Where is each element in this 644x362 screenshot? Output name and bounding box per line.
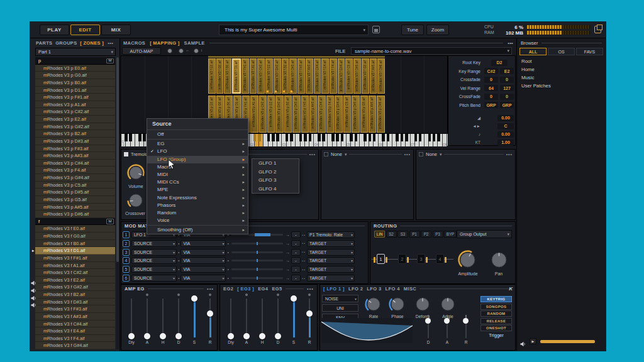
slider-handle[interactable] xyxy=(425,318,431,324)
zone-strip[interactable]: mRhodes V3 p E2.aif xyxy=(267,96,275,133)
matrix-target-selector[interactable]: TARGET▾ xyxy=(307,266,355,273)
matrix-source-selector[interactable]: SOURCE▾ xyxy=(131,249,177,256)
file-list-item[interactable]: mRhodes V3 f F4.aif xyxy=(35,335,115,343)
file-list-item[interactable]: mRhodes V3 p D#3.aif xyxy=(35,138,115,145)
auto-map-button[interactable]: AUTO-MAP xyxy=(122,47,161,55)
zone-param-value[interactable]: C xyxy=(497,123,514,129)
matrix-curve-selector[interactable]: - xyxy=(291,231,301,238)
zone-strip[interactable]: mRhodes V3 p D#3.aif xyxy=(292,96,300,133)
output-selector[interactable]: Group Output▾ xyxy=(457,230,512,238)
file-list-item[interactable]: mRhodes V3 f E2.aif xyxy=(35,277,115,284)
file-list-item[interactable]: mRhodes V3 p A#5.aif xyxy=(35,204,115,211)
file-list-item[interactable]: mRhodes V3 p G#4.aif xyxy=(35,174,115,182)
slider-handle[interactable] xyxy=(275,333,281,339)
slider-handle[interactable] xyxy=(175,333,182,339)
submenu-item-glfo-3[interactable]: GLFO 3 xyxy=(252,176,299,185)
file-list-item[interactable]: mRhodes V3 f F#3.aif xyxy=(35,305,115,313)
map-knob-icon[interactable] xyxy=(167,48,172,53)
zone-param-value[interactable]: 0 xyxy=(484,77,498,83)
top-tab-mix[interactable]: MIX xyxy=(101,25,131,35)
file-list-item[interactable]: mRhodes V3 p G0.aif xyxy=(35,72,115,79)
zone-param-value[interactable]: D2 xyxy=(491,60,508,66)
matrix-via-selector[interactable]: VIA▾ xyxy=(180,275,226,282)
file-list-item[interactable]: mRhodes V3 p G#2.aif xyxy=(35,123,115,131)
slot-enable-checkbox[interactable] xyxy=(124,152,128,156)
lfo-tab-misc[interactable]: MISC xyxy=(404,286,416,292)
slider-handle[interactable] xyxy=(306,310,313,317)
top-button-zoom[interactable]: Zoom xyxy=(426,25,449,35)
slider-handle[interactable] xyxy=(444,318,450,324)
file-list-item[interactable]: mRhodes V3 f D#3.aif xyxy=(35,299,115,306)
file-list-scrollbar[interactable] xyxy=(116,57,119,349)
matrix-source-selector[interactable]: SOURCE▾ xyxy=(131,275,177,282)
menu-item-lfo-group-[interactable]: LFO (Group)▸ xyxy=(147,156,248,163)
file-list-item[interactable]: mRhodes V3 p D#6.aif xyxy=(35,211,115,218)
matrix-target-selector[interactable]: TARGET▾ xyxy=(307,257,355,264)
file-list-item[interactable]: mRhodes V3 f A1.aif xyxy=(35,262,115,270)
zone-strip[interactable]: mRhodes V3 f D#6.aif xyxy=(377,58,385,94)
piano-key-black[interactable] xyxy=(382,134,385,141)
lfo-uni-button[interactable]: UNI xyxy=(322,304,358,312)
browser-item-home[interactable]: Home xyxy=(521,67,535,72)
zone-strip[interactable]: mRhodes V3 f D#5.aif xyxy=(353,58,361,94)
piano-key-black[interactable] xyxy=(401,134,404,141)
menu-item-midi[interactable]: MIDI▸ xyxy=(147,171,248,178)
lfo-tab-lfo4[interactable]: LFO 4 xyxy=(386,286,400,292)
menu-item-off[interactable]: Off xyxy=(147,131,248,138)
matrix-via-selector[interactable]: VIA▾ xyxy=(180,249,226,256)
piano-key-black[interactable] xyxy=(331,134,335,141)
matrix-via-selector[interactable]: VIA▾ xyxy=(180,257,226,264)
file-list-item[interactable]: mRhodes V3 p D1.aif xyxy=(35,87,115,94)
zone-strip[interactable]: mRhodes V3 f G5.aif xyxy=(362,58,369,94)
mute-button[interactable]: M xyxy=(106,219,114,224)
zone-strip[interactable]: mRhodes V3 f G#4.aif xyxy=(338,58,345,94)
matrix-amount-slider[interactable] xyxy=(231,275,283,282)
top-tab-play[interactable]: PLAY xyxy=(40,25,69,35)
chain-node-4[interactable]: 4 xyxy=(436,254,444,264)
routing-tab-s3[interactable]: S3 xyxy=(397,231,408,238)
file-list-item[interactable]: mRhodes V3 p C#4.aif xyxy=(35,160,115,167)
piano-key-black[interactable] xyxy=(336,134,339,141)
matrix-target-selector[interactable]: P1 Tremolo: Rate▾ xyxy=(307,231,355,238)
zone-strip[interactable]: mRhodes V3 p F4.aif xyxy=(326,96,334,133)
matrix-source-selector[interactable]: SOURCE▾ xyxy=(131,257,177,264)
piano-key-black[interactable] xyxy=(355,134,358,141)
piano-key-black[interactable] xyxy=(276,134,279,141)
slot-label[interactable]: Tremolo xyxy=(131,151,148,157)
amp-eg-more[interactable]: ••• xyxy=(207,286,214,292)
zone-strip[interactable]: mRhodes V3 p C#4.aif xyxy=(318,96,325,133)
file-list-item[interactable]: mRhodes V3 p E2.aif xyxy=(35,116,115,123)
matrix-curve-selector[interactable]: - xyxy=(291,240,301,247)
routing-tab-byp[interactable]: BYP xyxy=(444,231,457,238)
menu-item-mpe[interactable]: MPE▸ xyxy=(147,186,248,194)
browser-item-user-patches[interactable]: User Patches xyxy=(521,83,551,89)
matrix-target-selector[interactable]: TARGET▾ xyxy=(307,240,355,247)
browser-tab-favs[interactable]: FAVS xyxy=(576,48,603,55)
top-button-tune[interactable]: Tune xyxy=(401,25,424,35)
zone-strip[interactable]: mRhodes V3 p C5.aif xyxy=(343,96,351,133)
matrix-amount-slider[interactable] xyxy=(231,249,283,256)
part-selector[interactable]: Part 1▾ xyxy=(35,48,116,56)
chain-node-3[interactable]: 3 xyxy=(417,254,425,264)
piano-key-black[interactable] xyxy=(272,134,275,141)
matrix-curve-selector[interactable]: - xyxy=(291,275,301,282)
deform-knob[interactable] xyxy=(413,295,432,316)
zone-strip[interactable]: mRhodes V3 p G#4.aif xyxy=(335,96,342,133)
matrix-source-selector[interactable]: SOURCE▾ xyxy=(131,266,177,273)
save-icon[interactable] xyxy=(372,26,380,33)
piano-key-white[interactable]: C8 xyxy=(443,134,447,146)
file-list-item[interactable]: mRhodes V3 p C5.aif xyxy=(35,182,115,189)
trigger-keytrig[interactable]: KEYTRIG xyxy=(480,296,512,302)
file-list-item[interactable]: mRhodes V3 f C#4.aif xyxy=(35,321,115,328)
lfo-tab-lfo2[interactable]: LFO 2 xyxy=(348,286,363,292)
zone-strip[interactable]: mRhodes V3 p G5.aif xyxy=(360,96,368,133)
routing-tab-p3[interactable]: P3 xyxy=(433,231,443,238)
routing-tab-lin[interactable]: LIN xyxy=(374,231,385,238)
zone-strip[interactable]: mRhodes V3 p A#5.aif xyxy=(369,96,376,133)
submenu-item-glfo-2[interactable]: GLFO 2 xyxy=(252,168,299,177)
slider-handle[interactable] xyxy=(128,333,135,339)
file-list-item[interactable]: mRhodes V3 p F#3.aif xyxy=(35,145,115,153)
zone-strip[interactable]: mRhodes V3 f G0.aif xyxy=(216,58,224,94)
menu-item-random[interactable]: Random▸ xyxy=(147,209,248,217)
piano-key-black[interactable] xyxy=(253,134,257,141)
